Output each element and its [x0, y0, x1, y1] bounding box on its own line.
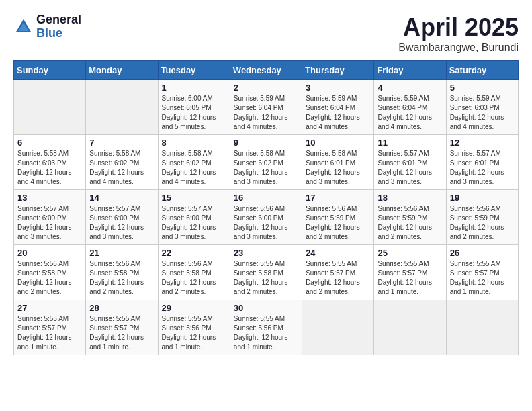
- day-number: 30: [234, 303, 298, 313]
- day-cell: 10Sunrise: 5:58 AMSunset: 6:01 PMDayligh…: [302, 135, 374, 190]
- day-info: Sunrise: 5:58 AMSunset: 6:02 PMDaylight:…: [89, 149, 154, 187]
- day-cell: 18Sunrise: 5:56 AMSunset: 5:59 PMDayligh…: [374, 190, 446, 245]
- day-cell: 17Sunrise: 5:56 AMSunset: 5:59 PMDayligh…: [302, 190, 374, 245]
- day-cell: 19Sunrise: 5:56 AMSunset: 5:59 PMDayligh…: [446, 190, 518, 245]
- day-number: 25: [378, 248, 442, 258]
- day-info: Sunrise: 5:55 AMSunset: 5:57 PMDaylight:…: [89, 314, 154, 352]
- day-info: Sunrise: 5:59 AMSunset: 6:04 PMDaylight:…: [234, 94, 298, 132]
- logo: General Blue: [13, 13, 81, 40]
- day-info: Sunrise: 5:55 AMSunset: 5:56 PMDaylight:…: [162, 314, 226, 352]
- day-cell: 28Sunrise: 5:55 AMSunset: 5:57 PMDayligh…: [86, 300, 158, 355]
- day-info: Sunrise: 5:55 AMSunset: 5:56 PMDaylight:…: [234, 314, 298, 352]
- day-cell: 12Sunrise: 5:57 AMSunset: 6:01 PMDayligh…: [446, 135, 518, 190]
- day-cell: [374, 300, 446, 355]
- day-cell: 21Sunrise: 5:56 AMSunset: 5:58 PMDayligh…: [86, 245, 158, 300]
- day-info: Sunrise: 5:57 AMSunset: 6:01 PMDaylight:…: [378, 149, 442, 187]
- location-title: Bwambarangwe, Burundi: [398, 42, 519, 54]
- header-cell-saturday: Saturday: [446, 61, 518, 80]
- logo-general-text: General: [36, 13, 81, 27]
- header-row: SundayMondayTuesdayWednesdayThursdayFrid…: [14, 61, 519, 80]
- calendar-header: SundayMondayTuesdayWednesdayThursdayFrid…: [14, 61, 519, 80]
- day-cell: 14Sunrise: 5:57 AMSunset: 6:00 PMDayligh…: [86, 190, 158, 245]
- day-number: 15: [162, 193, 226, 203]
- day-info: Sunrise: 5:57 AMSunset: 6:00 PMDaylight:…: [17, 204, 82, 242]
- day-number: 27: [17, 303, 82, 313]
- day-cell: 2Sunrise: 5:59 AMSunset: 6:04 PMDaylight…: [230, 80, 302, 135]
- day-cell: 9Sunrise: 5:58 AMSunset: 6:02 PMDaylight…: [230, 135, 302, 190]
- page-header: General Blue April 2025 Bwambarangwe, Bu…: [13, 13, 519, 54]
- day-info: Sunrise: 5:57 AMSunset: 6:00 PMDaylight:…: [89, 204, 154, 242]
- day-cell: 8Sunrise: 5:58 AMSunset: 6:02 PMDaylight…: [158, 135, 230, 190]
- day-info: Sunrise: 5:56 AMSunset: 5:59 PMDaylight:…: [378, 204, 442, 242]
- day-number: 18: [378, 193, 442, 203]
- day-cell: [302, 300, 374, 355]
- day-number: 16: [234, 193, 298, 203]
- day-number: 9: [234, 138, 298, 148]
- day-info: Sunrise: 5:58 AMSunset: 6:02 PMDaylight:…: [234, 149, 298, 187]
- day-cell: 30Sunrise: 5:55 AMSunset: 5:56 PMDayligh…: [230, 300, 302, 355]
- day-number: 13: [17, 193, 82, 203]
- day-info: Sunrise: 5:59 AMSunset: 6:03 PMDaylight:…: [450, 94, 515, 132]
- day-cell: 24Sunrise: 5:55 AMSunset: 5:57 PMDayligh…: [302, 245, 374, 300]
- day-info: Sunrise: 5:59 AMSunset: 6:04 PMDaylight:…: [378, 94, 442, 132]
- day-number: 17: [306, 193, 370, 203]
- day-cell: 29Sunrise: 5:55 AMSunset: 5:56 PMDayligh…: [158, 300, 230, 355]
- day-number: 8: [162, 138, 226, 148]
- day-cell: 27Sunrise: 5:55 AMSunset: 5:57 PMDayligh…: [14, 300, 86, 355]
- header-cell-monday: Monday: [86, 61, 158, 80]
- week-row-1: 1Sunrise: 6:00 AMSunset: 6:05 PMDaylight…: [14, 80, 519, 135]
- day-number: 2: [234, 83, 298, 93]
- day-cell: 23Sunrise: 5:55 AMSunset: 5:58 PMDayligh…: [230, 245, 302, 300]
- day-number: 6: [17, 138, 82, 148]
- day-cell: 3Sunrise: 5:59 AMSunset: 6:04 PMDaylight…: [302, 80, 374, 135]
- day-info: Sunrise: 6:00 AMSunset: 6:05 PMDaylight:…: [162, 94, 226, 132]
- day-number: 1: [162, 83, 226, 93]
- day-cell: 22Sunrise: 5:56 AMSunset: 5:58 PMDayligh…: [158, 245, 230, 300]
- day-number: 21: [89, 248, 154, 258]
- day-cell: 20Sunrise: 5:56 AMSunset: 5:58 PMDayligh…: [14, 245, 86, 300]
- day-info: Sunrise: 5:57 AMSunset: 6:00 PMDaylight:…: [162, 204, 226, 242]
- day-cell: [14, 80, 86, 135]
- day-info: Sunrise: 5:58 AMSunset: 6:02 PMDaylight:…: [162, 149, 226, 187]
- day-info: Sunrise: 5:58 AMSunset: 6:01 PMDaylight:…: [306, 149, 370, 187]
- day-number: 4: [378, 83, 442, 93]
- day-number: 10: [306, 138, 370, 148]
- day-cell: 15Sunrise: 5:57 AMSunset: 6:00 PMDayligh…: [158, 190, 230, 245]
- day-number: 12: [450, 138, 515, 148]
- day-number: 11: [378, 138, 442, 148]
- day-cell: 16Sunrise: 5:56 AMSunset: 6:00 PMDayligh…: [230, 190, 302, 245]
- day-number: 28: [89, 303, 154, 313]
- day-number: 19: [450, 193, 515, 203]
- day-info: Sunrise: 5:56 AMSunset: 5:58 PMDaylight:…: [162, 259, 226, 297]
- day-cell: 4Sunrise: 5:59 AMSunset: 6:04 PMDaylight…: [374, 80, 446, 135]
- day-info: Sunrise: 5:55 AMSunset: 5:57 PMDaylight:…: [450, 259, 515, 297]
- month-title: April 2025: [398, 13, 519, 42]
- day-number: 29: [162, 303, 226, 313]
- header-cell-friday: Friday: [374, 61, 446, 80]
- calendar-table: SundayMondayTuesdayWednesdayThursdayFrid…: [13, 60, 519, 355]
- week-row-5: 27Sunrise: 5:55 AMSunset: 5:57 PMDayligh…: [14, 300, 519, 355]
- day-cell: 13Sunrise: 5:57 AMSunset: 6:00 PMDayligh…: [14, 190, 86, 245]
- header-cell-thursday: Thursday: [302, 61, 374, 80]
- day-info: Sunrise: 5:56 AMSunset: 5:59 PMDaylight:…: [450, 204, 515, 242]
- day-info: Sunrise: 5:58 AMSunset: 6:03 PMDaylight:…: [17, 149, 82, 187]
- header-cell-tuesday: Tuesday: [158, 61, 230, 80]
- day-cell: 11Sunrise: 5:57 AMSunset: 6:01 PMDayligh…: [374, 135, 446, 190]
- day-number: 22: [162, 248, 226, 258]
- day-info: Sunrise: 5:55 AMSunset: 5:58 PMDaylight:…: [234, 259, 298, 297]
- day-cell: 26Sunrise: 5:55 AMSunset: 5:57 PMDayligh…: [446, 245, 518, 300]
- day-info: Sunrise: 5:55 AMSunset: 5:57 PMDaylight:…: [378, 259, 442, 297]
- day-number: 7: [89, 138, 154, 148]
- day-cell: 5Sunrise: 5:59 AMSunset: 6:03 PMDaylight…: [446, 80, 518, 135]
- header-cell-wednesday: Wednesday: [230, 61, 302, 80]
- day-info: Sunrise: 5:56 AMSunset: 6:00 PMDaylight:…: [234, 204, 298, 242]
- week-row-2: 6Sunrise: 5:58 AMSunset: 6:03 PMDaylight…: [14, 135, 519, 190]
- day-number: 24: [306, 248, 370, 258]
- week-row-3: 13Sunrise: 5:57 AMSunset: 6:00 PMDayligh…: [14, 190, 519, 245]
- day-cell: [446, 300, 518, 355]
- day-info: Sunrise: 5:57 AMSunset: 6:01 PMDaylight:…: [450, 149, 515, 187]
- day-number: 23: [234, 248, 298, 258]
- day-number: 5: [450, 83, 515, 93]
- logo-text: General Blue: [36, 13, 81, 40]
- day-number: 14: [89, 193, 154, 203]
